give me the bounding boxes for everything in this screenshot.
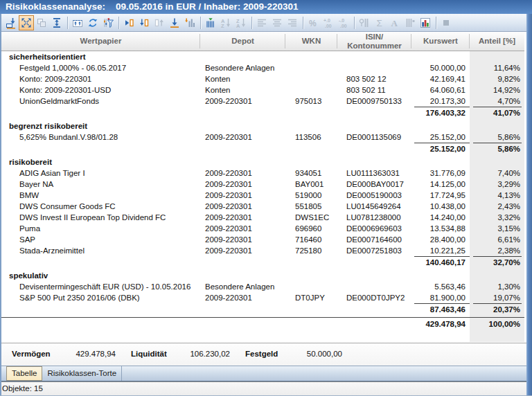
chart-insert-icon[interactable] [182, 15, 197, 30]
wkn-cell [285, 318, 337, 332]
column-header-anteil[interactable]: Anteil [%] [470, 32, 524, 51]
wkn-cell: DWS1EC [285, 212, 337, 223]
depot-cell: 2009-220301 [200, 212, 285, 223]
security-row[interactable]: BMW2009-220301519000DE000519000317.724,9… [1, 190, 524, 201]
isin-cell: DE000DT0JPY2 [337, 292, 411, 303]
security-row[interactable]: Konto: 2009-220301-USDKonten803 502 1164… [1, 84, 524, 96]
depot-cell: Konten [200, 84, 285, 96]
title-bar: Risikoklassenanalyse:09.05.2016 in EUR /… [0, 0, 532, 14]
anteil-cell [470, 120, 524, 132]
drill-down-icon[interactable] [167, 15, 182, 30]
security-row[interactable]: Stada-Arzneimittel2009-220301725180DE000… [1, 245, 524, 256]
kurswert-cell: 429.478,94 [411, 318, 470, 332]
next-level-icon[interactable] [121, 15, 136, 30]
wertpapier-cell: Puma [1, 223, 200, 234]
align-left-icon [254, 15, 269, 30]
toolbar-separator [200, 17, 201, 29]
wkn-cell: 725180 [285, 245, 337, 256]
sort-desc-icon: ZA [233, 15, 249, 30]
section-header-row[interactable]: risikobereit [1, 156, 524, 168]
wertpapier-cell: Stada-Arzneimittel [1, 245, 200, 256]
filter-icon[interactable] [100, 15, 116, 30]
isin-cell: 803 502 11 [337, 84, 411, 96]
kurswert-cell: 20.173,30 [411, 96, 470, 107]
security-row[interactable]: S&P 500 Put 2350 2016/06 (DBK)2009-22030… [1, 292, 524, 303]
wkn-cell [285, 270, 337, 281]
section-header-row[interactable]: spekulativ [1, 270, 524, 281]
wertpapier-cell: BMW [1, 190, 200, 201]
percent-format-icon: % [305, 15, 321, 30]
wkn-cell [285, 120, 337, 132]
collapse-level-icon [152, 15, 167, 30]
new-window-icon[interactable] [70, 15, 85, 30]
hide-columns-icon[interactable] [203, 15, 218, 30]
anteil-cell [470, 270, 524, 281]
security-row[interactable]: ADIG Asian Tiger I2009-220301934051LU011… [1, 168, 524, 179]
wkn-cell [285, 303, 337, 316]
security-row[interactable]: SAP2009-220301716460DE000716460028.400,0… [1, 234, 524, 245]
security-row[interactable]: Puma2009-220301696960DE000696960313.534,… [1, 223, 524, 234]
anteil-cell: 6,61% [470, 234, 524, 245]
anteil-cell: 5,86% [470, 132, 524, 143]
align-right-icon [285, 15, 300, 30]
security-row[interactable]: Devisentermingeschäft EUR (USD) - 10.05.… [1, 281, 524, 292]
wkn-cell [285, 62, 337, 73]
sort-asc-icon: AZ [218, 15, 233, 30]
isin-cell: DE0009750133 [337, 96, 411, 107]
subtotal-row: 87.463,4620,37% [1, 303, 524, 316]
anteil-cell: 2,43% [470, 201, 524, 212]
svg-text:Z: Z [221, 23, 224, 29]
depot-cell [200, 156, 285, 168]
isin-cell: LU0145649264 [337, 201, 411, 212]
font-icon: A [387, 15, 402, 30]
wertpapier-cell: DWS Invest II European Top Dividend FC [1, 212, 200, 223]
security-row[interactable]: Bayer NA2009-220301BAY001DE000BAY001714.… [1, 179, 524, 190]
toolbar-separator [67, 17, 68, 29]
stop-icon [438, 15, 454, 30]
wertpapier-cell: Devisentermingeschäft EUR (USD) - 10.05.… [1, 281, 200, 292]
isin-cell [337, 120, 411, 132]
section-header-row[interactable]: begrenzt risikobereit [1, 120, 524, 132]
object-count: Objekte: 15 [2, 384, 43, 393]
security-row[interactable]: 5,625% Bundanl.V.98/01.282009-2203011135… [1, 132, 524, 143]
tab-risikoklassen-torte[interactable]: Risikoklassen-Torte [42, 366, 122, 381]
security-row[interactable]: DWS Invest II European Top Dividend FC20… [1, 212, 524, 223]
depot-cell [200, 256, 285, 269]
wkn-cell [285, 107, 337, 119]
isin-cell: DE0006969603 [337, 223, 411, 234]
security-row[interactable]: DWS Consumer Goods FC2009-220301551805LU… [1, 201, 524, 212]
wertpapier-cell: SAP [1, 234, 200, 245]
wertpapier-cell: risikobereit [1, 156, 200, 168]
kurswert-cell: 25.152,00 [411, 132, 470, 143]
isin-cell [337, 156, 411, 168]
summary-bar: Vermögen429.478,94Liquidität106.230,02Fe… [1, 343, 526, 366]
column-header-wertpapier[interactable]: Wertpapier [1, 32, 200, 51]
wkn-cell: 551805 [285, 201, 337, 212]
refresh-icon[interactable] [85, 15, 100, 30]
security-row[interactable]: UnionGeldmarktFonds2009-220301975013DE00… [1, 96, 524, 107]
show-chart-icon[interactable] [418, 15, 433, 30]
tab-tabelle[interactable]: Tabelle [6, 366, 42, 381]
column-header-depot[interactable]: Depot [200, 32, 285, 51]
depot-cell [200, 270, 285, 281]
kurswert-cell [411, 120, 470, 132]
isin-cell [337, 303, 411, 316]
column-header-kurswert[interactable]: Kurswert [411, 32, 470, 51]
wertpapier-cell [1, 107, 200, 119]
isin-cell: 803 502 12 [337, 73, 411, 84]
security-row[interactable]: Festgeld 1,000% - 06.05.2017Besondere An… [1, 62, 524, 73]
add-decimal-icon: +.0.00 [321, 15, 336, 30]
expand-level-icon[interactable] [136, 15, 152, 30]
wertpapier-cell: 5,625% Bundanl.V.98/01.28 [1, 132, 200, 143]
column-header-wkn[interactable]: WKN [285, 32, 337, 51]
kurswert-cell: 50.000,00 [411, 62, 470, 73]
anteil-cell: 19,07% [470, 292, 524, 303]
security-row[interactable]: Konto: 2009-220301Konten803 502 1242.169… [1, 73, 524, 84]
fit-height-icon[interactable] [49, 15, 64, 30]
depot-cell: 2009-220301 [200, 190, 285, 201]
column-header-isin[interactable]: ISIN/Kontonummer [337, 32, 411, 51]
section-header-row[interactable]: sicherheitsorientiert [1, 51, 524, 62]
paste-level-icon[interactable] [3, 15, 19, 30]
fit-window-icon[interactable] [19, 15, 34, 30]
svg-text:%: % [309, 18, 317, 28]
